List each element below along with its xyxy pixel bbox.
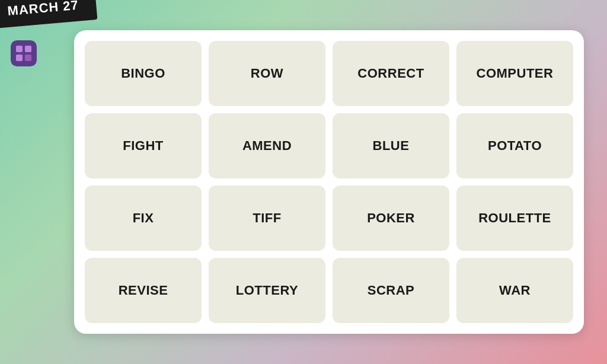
grid-cell-fix[interactable]: FIX [85,186,202,251]
grid-cell-revise[interactable]: REVISE [85,258,202,323]
grid-container: BINGOROWCORRECTCOMPUTERFIGHTAMENDBLUEPOT… [74,30,584,334]
app-icon [11,40,37,66]
grid-cell-text-row: ROW [251,66,283,81]
word-grid: BINGOROWCORRECTCOMPUTERFIGHTAMENDBLUEPOT… [85,41,573,323]
grid-cell-text-poker: POKER [367,210,415,226]
grid-cell-fight[interactable]: FIGHT [85,113,202,178]
grid-cell-scrap[interactable]: SCRAP [333,258,449,323]
grid-cell-text-amend: AMEND [242,138,292,154]
grid-cell-blue[interactable]: BLUE [333,113,449,178]
grid-cell-poker[interactable]: POKER [333,186,449,251]
grid-cell-text-bingo: BINGO [121,66,165,81]
grid-cell-text-blue: BLUE [373,138,410,154]
app-icon-svg [14,44,33,63]
grid-cell-text-roulette: ROULETTE [478,210,551,226]
svg-rect-1 [25,46,31,52]
svg-rect-3 [25,55,31,61]
grid-cell-bingo[interactable]: BINGO [85,41,202,106]
grid-cell-lottery[interactable]: LOTTERY [209,258,325,323]
grid-cell-text-war: WAR [499,283,531,298]
date-text: MARCH 27 [7,0,79,18]
grid-cell-roulette[interactable]: ROULETTE [456,186,573,251]
grid-cell-text-fight: FIGHT [123,138,164,154]
grid-cell-correct[interactable]: CORRECT [333,41,449,106]
svg-rect-0 [16,46,23,52]
grid-cell-war[interactable]: WAR [456,258,573,323]
grid-cell-text-tiff: TIFF [253,210,281,226]
grid-cell-amend[interactable]: AMEND [209,113,325,178]
grid-cell-text-lottery: LOTTERY [236,283,298,298]
grid-cell-text-computer: COMPUTER [477,66,554,81]
grid-cell-potato[interactable]: POTATO [456,113,573,178]
svg-rect-2 [16,55,23,61]
grid-cell-text-fix: FIX [133,210,154,226]
app-icon-inner [11,40,37,66]
grid-cell-tiff[interactable]: TIFF [209,186,325,251]
grid-cell-text-revise: REVISE [119,283,168,298]
grid-cell-row[interactable]: ROW [209,41,325,106]
grid-cell-text-scrap: SCRAP [368,283,415,298]
grid-cell-text-potato: POTATO [488,138,542,154]
grid-cell-computer[interactable]: COMPUTER [456,41,573,106]
grid-cell-text-correct: CORRECT [357,66,424,81]
